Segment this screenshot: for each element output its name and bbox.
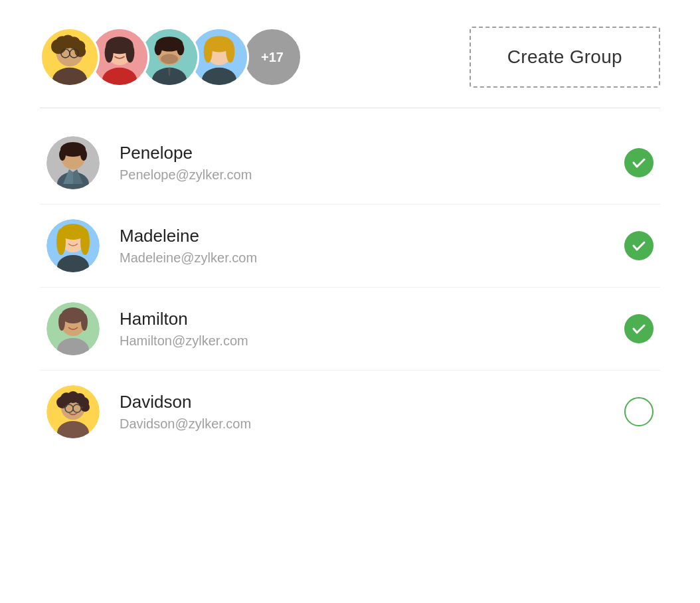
stack-avatar-1 bbox=[40, 27, 100, 87]
contact-item-davidson[interactable]: Davidson Davidson@zylker.com bbox=[40, 371, 660, 453]
contact-email-davidson: Davidson@zylker.com bbox=[120, 416, 624, 432]
svg-point-38 bbox=[80, 149, 87, 161]
svg-point-32 bbox=[226, 41, 234, 63]
contact-name-hamilton: Hamilton bbox=[120, 309, 624, 329]
svg-point-45 bbox=[56, 228, 66, 255]
contact-name-davidson: Davidson bbox=[120, 392, 624, 412]
check-hamilton[interactable] bbox=[624, 314, 654, 343]
svg-point-17 bbox=[105, 43, 114, 63]
svg-point-18 bbox=[126, 43, 134, 63]
section-divider bbox=[40, 108, 660, 108]
svg-point-8 bbox=[74, 46, 86, 57]
stack-avatar-more: +17 bbox=[242, 27, 302, 87]
svg-point-31 bbox=[204, 41, 213, 63]
check-penelope[interactable] bbox=[624, 148, 654, 177]
contact-item-madeleine[interactable]: Madeleine Madeleine@zylker.com bbox=[40, 205, 660, 288]
contact-email-penelope: Penelope@zylker.com bbox=[120, 167, 624, 183]
avatar-penelope bbox=[46, 136, 100, 189]
contact-info-davidson: Davidson Davidson@zylker.com bbox=[120, 392, 624, 432]
contact-item-penelope[interactable]: Penelope Penelope@zylker.com bbox=[40, 122, 660, 205]
contact-email-hamilton: Hamilton@zylker.com bbox=[120, 333, 624, 349]
contact-name-madeleine: Madeleine bbox=[120, 226, 624, 246]
svg-line-66 bbox=[81, 407, 83, 408]
svg-point-23 bbox=[155, 43, 162, 56]
contact-info-hamilton: Hamilton Hamilton@zylker.com bbox=[120, 309, 624, 349]
contact-name-penelope: Penelope bbox=[120, 143, 624, 163]
avatar-hamilton bbox=[46, 302, 100, 355]
create-group-button[interactable]: Create Group bbox=[470, 27, 660, 88]
svg-point-24 bbox=[177, 43, 184, 56]
contact-item-hamilton[interactable]: Hamilton Hamilton@zylker.com bbox=[40, 288, 660, 371]
avatar-stack: +17 bbox=[40, 27, 302, 87]
contact-email-madeleine: Madeleine@zylker.com bbox=[120, 250, 624, 266]
contact-info-penelope: Penelope Penelope@zylker.com bbox=[120, 143, 624, 183]
svg-point-25 bbox=[161, 54, 178, 64]
contact-info-madeleine: Madeleine Madeleine@zylker.com bbox=[120, 226, 624, 266]
header-section: +17 Create Group bbox=[40, 27, 660, 88]
svg-point-52 bbox=[81, 313, 88, 331]
contact-list: Penelope Penelope@zylker.com bbox=[40, 122, 660, 453]
check-madeleine[interactable] bbox=[624, 231, 654, 260]
avatar-davidson bbox=[46, 385, 100, 438]
avatar-madeleine bbox=[46, 219, 100, 272]
main-container: +17 Create Group bbox=[0, 0, 700, 479]
svg-point-46 bbox=[80, 228, 90, 255]
svg-point-51 bbox=[58, 313, 65, 331]
svg-line-65 bbox=[63, 407, 65, 408]
check-davidson[interactable] bbox=[624, 397, 654, 426]
svg-point-37 bbox=[59, 149, 66, 161]
